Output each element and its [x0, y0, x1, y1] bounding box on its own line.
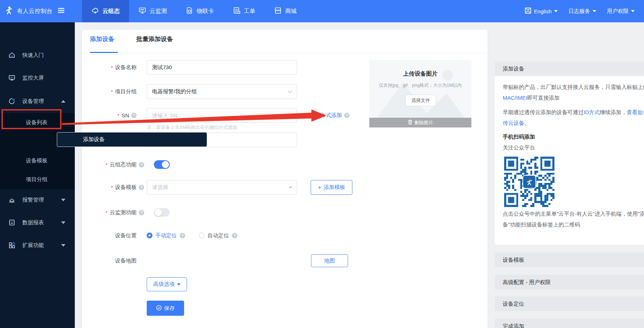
map-button[interactable]: 地图 — [311, 254, 348, 267]
tab-label: 云组态 — [102, 8, 120, 15]
help-paragraph-line: 带贴标的产品，出厂默认支持接入云服务，只需输入标贴上的 — [503, 82, 644, 93]
sn-note: 注：若设备上无SN码则点击右侧ID方式添加 — [147, 124, 237, 131]
cloud-scada-toggle[interactable] — [154, 160, 170, 169]
upload-title: 上传设备图片 — [369, 70, 471, 78]
help-section-advanced-permission[interactable]: 高级配置 - 用户权限 — [495, 275, 644, 289]
auto-location-label[interactable]: 自动定位 — [207, 232, 229, 239]
tab-label: 云监测 — [150, 8, 167, 15]
tab-cloud-monitor[interactable]: 云监测 — [129, 0, 176, 22]
advanced-options-button[interactable]: 高级选项 — [147, 277, 187, 291]
brand-title: 有人云控制台 — [17, 8, 52, 15]
sidebar-item-extensions[interactable]: 扩展功能 — [0, 236, 75, 254]
save-button[interactable]: 保存 — [147, 301, 184, 316]
sidebar-item-label: 数据报表 — [22, 219, 44, 226]
qr-center-logo-icon — [522, 175, 536, 189]
sidebar-item-project-group[interactable]: 项目分组 — [0, 170, 75, 189]
upload-hint: 仅支持jpg、gif、png格式；大小为1M以内 — [369, 82, 471, 89]
device-map-row: 设备地图 地图 — [90, 254, 480, 267]
help-section-device-location[interactable]: 设备定位 — [495, 296, 644, 311]
toggle-knob — [155, 209, 162, 216]
tab-cloud-scada[interactable]: 云组态 — [82, 0, 129, 22]
caret-down-icon — [177, 283, 181, 286]
sidebar-item-device-list[interactable]: 设备列表 — [0, 113, 75, 132]
manual-location-label[interactable]: 手动定位 — [155, 232, 177, 239]
user-permission-menu[interactable]: 用户权限 — [607, 8, 635, 15]
sidebar-item-label: 添加设备 — [83, 136, 105, 143]
required-mark: * — [105, 210, 108, 216]
chevron-down-icon — [61, 221, 65, 224]
sidebar-item-label: 设备模板 — [26, 157, 47, 164]
alarm-icon — [8, 196, 16, 204]
device-name-label: * 设备名称 — [90, 60, 137, 75]
topbar-right: English 日志服务 用户权限 — [525, 0, 635, 22]
cloud-monitor-toggle[interactable] — [154, 208, 170, 217]
chevron-up-icon — [61, 100, 65, 103]
id-mode-link[interactable]: ID方式 — [584, 109, 600, 115]
trash-icon — [408, 120, 412, 126]
language-menu[interactable]: English — [525, 7, 558, 15]
sidebar-item-alarm-mgmt[interactable]: 报警管理 — [0, 191, 75, 209]
sidebar-item-device-mgmt[interactable]: 设备管理 — [0, 92, 75, 110]
cloud-monitor-row: * 云监测功能 ? — [90, 208, 480, 217]
sidebar-item-add-device[interactable]: 添加设备 — [57, 132, 207, 147]
delete-image-bar[interactable]: 删除图片 — [369, 118, 471, 127]
help-section-add-device: 添加设备 带贴标的产品，出厂默认支持接入云服务，只需输入标贴上的 MAC/IME… — [495, 62, 644, 245]
chevron-down-icon — [554, 10, 558, 12]
report-icon — [8, 219, 16, 226]
globe-icon — [525, 7, 531, 15]
sn-input[interactable] — [147, 108, 297, 123]
brand[interactable]: 有人云控制台 — [0, 0, 75, 22]
big-screen-icon — [8, 74, 16, 82]
help-paragraph-line: MAC/IMEI即可直接添加 — [503, 93, 644, 103]
help-section-device-template[interactable]: 设备模板 — [495, 252, 644, 267]
device-template-select[interactable]: 请选择 — [147, 180, 297, 195]
person-logo-icon — [4, 6, 14, 17]
question-icon[interactable]: ? — [232, 233, 237, 238]
sidebar-item-dashboard[interactable]: 监控大屏 — [0, 69, 75, 87]
log-service-menu[interactable]: 日志服务 — [568, 8, 596, 15]
tab-iot-card[interactable]: 物联卡 — [176, 0, 223, 22]
sn-label: * SN ? — [90, 108, 137, 123]
sidebar-item-label: 设备管理 — [22, 98, 44, 105]
tab-mall[interactable]: 商城 — [265, 0, 306, 22]
qr-caption-line: 备"功能扫描设备标签上的二维码 — [503, 219, 644, 230]
tab-work-order[interactable]: 工单 — [223, 0, 265, 22]
sidebar-item-label: 项目分组 — [26, 176, 47, 183]
add-template-button[interactable]: + 添加模板 — [311, 180, 352, 195]
page: { "icons": {"question": "?", "plus": "+"… — [0, 0, 644, 328]
toggle-knob — [162, 161, 169, 168]
help-section-finish-add[interactable]: 完成添加 — [495, 319, 644, 328]
sidebar-item-device-template[interactable]: 设备模板 — [0, 151, 75, 170]
choose-file-button[interactable]: 选择文件 — [405, 95, 436, 106]
question-icon[interactable]: ? — [139, 162, 144, 167]
required-mark: * — [117, 112, 119, 118]
cloud-scada-label: * 云组态功能 ? — [90, 160, 137, 169]
required-mark: * — [111, 184, 113, 190]
question-icon[interactable]: ? — [139, 210, 144, 215]
view-how-link[interactable]: 查看如何 — [627, 109, 644, 115]
chevron-down-icon — [288, 85, 292, 99]
sidebar-item-quick-start[interactable]: 快速入门 — [0, 46, 75, 64]
auto-location-radio[interactable] — [199, 233, 205, 238]
sidebar: 快速入门 监控大屏 设备管理 设备列表 添加设备 设备模板 — [0, 22, 75, 328]
required-mark: * — [105, 162, 108, 168]
form-tab-batch-add[interactable]: 批量添加设备 — [136, 35, 173, 43]
project-group-select[interactable]: 电器报警/我的分组 — [147, 84, 297, 99]
question-icon[interactable]: ? — [131, 113, 137, 118]
help-paragraph-line[interactable]: 传云设备。 — [503, 118, 644, 129]
storefront-icon — [274, 6, 282, 16]
sidebar-item-label: 设备列表 — [26, 119, 47, 126]
manual-location-radio[interactable] — [147, 233, 152, 238]
chevron-down-icon — [631, 10, 635, 12]
question-icon[interactable]: ? — [344, 113, 350, 118]
hamburger-menu-icon[interactable] — [58, 8, 64, 15]
device-name-input[interactable] — [147, 60, 297, 75]
sidebar-item-data-report[interactable]: 数据报表 — [0, 214, 75, 232]
form-tab-add-device[interactable]: 添加设备 — [90, 35, 114, 43]
device-template-label: * 设备模板 ? — [90, 180, 137, 195]
topbar: 有人云控制台 云组态 云监测 — [0, 0, 644, 22]
mac-imei-link[interactable]: MAC/IMEI — [503, 95, 527, 101]
question-icon[interactable]: ? — [180, 233, 185, 238]
question-icon[interactable]: ? — [139, 185, 144, 190]
add-by-id-link[interactable]: ID方式添加 ? — [315, 108, 350, 123]
